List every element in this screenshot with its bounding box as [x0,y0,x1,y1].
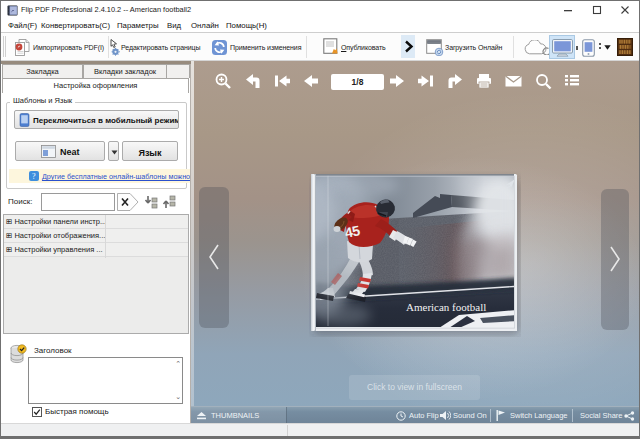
svg-text:American football: American football [406,301,486,313]
svg-text:?: ? [32,172,36,181]
